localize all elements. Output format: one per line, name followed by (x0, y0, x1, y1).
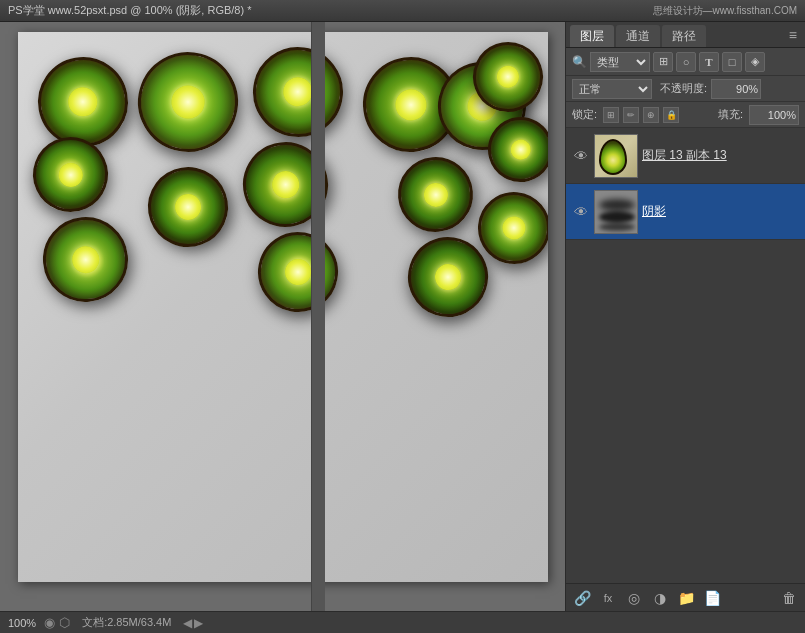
zoom-level: 100% (8, 617, 36, 629)
opacity-input[interactable]: 90% (711, 79, 761, 99)
lock-icon-all[interactable]: 🔒 (663, 107, 679, 123)
toolbar-btn-2[interactable]: ○ (676, 52, 696, 72)
layer-item[interactable]: 👁 阴影 (566, 184, 805, 240)
kiwi-artwork (18, 37, 548, 347)
status-icons: ◉ ⬡ (44, 615, 70, 630)
opacity-label: 不透明度: (660, 81, 707, 96)
layer-item[interactable]: 👁 图层 13 副本 13 (566, 128, 805, 184)
lock-icon-position[interactable]: ⊕ (643, 107, 659, 123)
lock-label: 锁定: (572, 107, 597, 122)
title-bar-text: PS学堂 www.52psxt.psd @ 100% (阴影, RGB/8) * (8, 3, 653, 18)
lock-icon-brush[interactable]: ✏ (623, 107, 639, 123)
title-bar: PS学堂 www.52psxt.psd @ 100% (阴影, RGB/8) *… (0, 0, 805, 22)
layers-panel: 图层 通道 路径 ≡ 🔍 类型 ⊞ ○ T □ ◈ 正常 (565, 22, 805, 611)
blend-mode-row: 正常 不透明度: 90% (566, 76, 805, 102)
canvas-area[interactable] (0, 22, 565, 611)
vertical-scrollbar[interactable] (311, 22, 325, 611)
tab-layers[interactable]: 图层 (570, 25, 614, 47)
layer-thumb-art (599, 139, 627, 175)
layer-name: 阴影 (642, 203, 799, 220)
new-fill-button[interactable]: ◎ (622, 588, 646, 608)
layer-visibility-toggle[interactable]: 👁 (572, 147, 590, 165)
layer-thumbnail (594, 134, 638, 178)
panel-toolbar: 🔍 类型 ⊞ ○ T □ ◈ (566, 48, 805, 76)
lock-icon-pixels[interactable]: ⊞ (603, 107, 619, 123)
status-bar: 100% ◉ ⬡ 文档:2.85M/63.4M ◀ ▶ (0, 611, 805, 633)
fx-button[interactable]: fx (596, 588, 620, 608)
canvas-container (18, 32, 548, 582)
fill-label: 填充: (718, 107, 743, 122)
fill-input[interactable] (749, 105, 799, 125)
new-layer-button[interactable]: 📄 (700, 588, 724, 608)
group-button[interactable]: 📁 (674, 588, 698, 608)
search-icon: 🔍 (572, 55, 587, 69)
nav-prev[interactable]: ◀ (183, 616, 192, 630)
tab-paths[interactable]: 路径 (662, 25, 706, 47)
tab-channels[interactable]: 通道 (616, 25, 660, 47)
doc-info: 文档:2.85M/63.4M (82, 615, 171, 630)
layer-thumb-shadow-art (599, 199, 635, 211)
layer-visibility-toggle[interactable]: 👁 (572, 203, 590, 221)
panel-collapse-button[interactable]: ≡ (785, 27, 801, 43)
nav-next[interactable]: ▶ (194, 616, 203, 630)
lock-row: 锁定: ⊞ ✏ ⊕ 🔒 填充: (566, 102, 805, 128)
status-icon-2[interactable]: ⬡ (59, 615, 70, 630)
panel-tabs: 图层 通道 路径 ≡ (566, 22, 805, 48)
nav-arrows: ◀ ▶ (183, 616, 203, 630)
link-button[interactable]: 🔗 (570, 588, 594, 608)
delete-layer-button[interactable]: 🗑 (777, 588, 801, 608)
toolbar-btn-1[interactable]: ⊞ (653, 52, 673, 72)
toolbar-btn-5[interactable]: ◈ (745, 52, 765, 72)
layers-list: 👁 图层 13 副本 13 👁 阴影 (566, 128, 805, 583)
layer-name: 图层 13 副本 13 (642, 147, 799, 164)
toolbar-btn-3[interactable]: T (699, 52, 719, 72)
status-icon-1[interactable]: ◉ (44, 615, 55, 630)
title-bar-watermark: 思维设计坊—www.fissthan.COM (653, 4, 797, 18)
blend-mode-select[interactable]: 正常 (572, 79, 652, 99)
toolbar-btn-4[interactable]: □ (722, 52, 742, 72)
adjustment-button[interactable]: ◑ (648, 588, 672, 608)
layer-type-select[interactable]: 类型 (590, 52, 650, 72)
layer-thumbnail (594, 190, 638, 234)
panel-bottom-toolbar: 🔗 fx ◎ ◑ 📁 📄 🗑 (566, 583, 805, 611)
main-layout: 图层 通道 路径 ≡ 🔍 类型 ⊞ ○ T □ ◈ 正常 (0, 22, 805, 611)
